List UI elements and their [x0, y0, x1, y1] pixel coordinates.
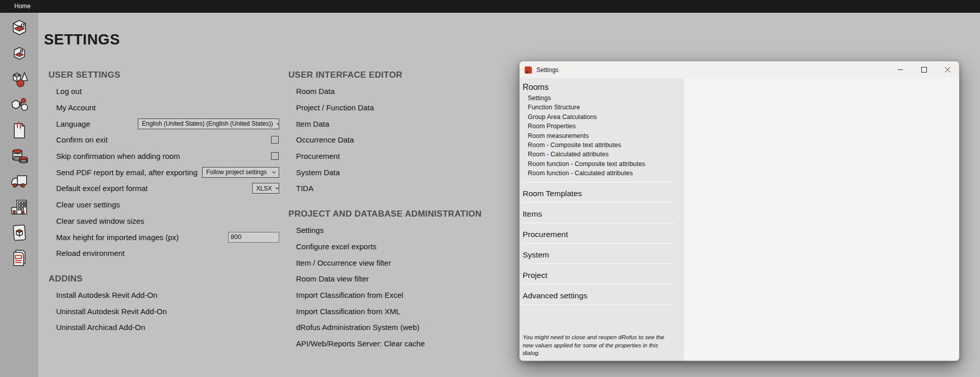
products-icon: [9, 222, 30, 244]
dialog-content-area: [684, 78, 959, 361]
occurrences-icon: [9, 95, 30, 116]
nav-group-rooms: Rooms Settings Function Structure Group …: [523, 83, 675, 182]
excel-format-select-value: XLSX: [256, 185, 272, 192]
row-admin-settings: Settings: [288, 222, 544, 239]
sidebar-item-procurement[interactable]: [0, 169, 38, 195]
excel-format-label: Default excel export format: [56, 184, 148, 193]
sidebar-item-finance[interactable]: [0, 144, 38, 169]
row-procurement: Procurement: [288, 148, 544, 164]
clear-cache-action[interactable]: API/Web/Reports Server: Clear cache: [296, 339, 425, 348]
nav-group-system[interactable]: System: [523, 244, 675, 264]
confirm-on-exit-checkbox[interactable]: [271, 136, 279, 144]
row-import-classification-xml: Import Classification from XML: [288, 303, 544, 319]
install-revit-addon-action[interactable]: Install Autodesk Revit Add-On: [56, 291, 157, 299]
nav-group-advanced-settings[interactable]: Advanced settings: [523, 285, 675, 305]
dialog-nav-panel: Rooms Settings Function Structure Group …: [520, 78, 684, 361]
row-tida: TIDA: [288, 180, 544, 197]
nav-rooms-header[interactable]: Rooms: [523, 83, 675, 92]
uninstall-archicad-addon-action[interactable]: Uninstall Archicad Add-On: [56, 323, 145, 332]
row-system-data: System Data: [288, 164, 544, 180]
send-pdf-select[interactable]: Follow project settings: [202, 167, 279, 178]
max-height-input[interactable]: [228, 232, 279, 243]
nav-item-room-measurements[interactable]: Room measurements: [523, 131, 675, 140]
row-clear-cache: API/Web/Reports Server: Clear cache: [288, 336, 544, 352]
nav-group-room-templates[interactable]: Room Templates: [523, 182, 675, 203]
import-classification-xml-action[interactable]: Import Classification from XML: [296, 307, 400, 316]
procurement-action[interactable]: Procurement: [296, 152, 340, 160]
nav-group-items[interactable]: Items: [523, 203, 675, 223]
row-room-data: Room Data: [288, 83, 544, 100]
configure-excel-exports-action[interactable]: Configure excel exports: [296, 242, 377, 251]
item-occurrence-view-filter-action[interactable]: Item / Occurrence view filter: [296, 258, 391, 267]
nav-item-room-calculated-attributes[interactable]: Room - Calculated attributes: [523, 150, 675, 159]
nav-group-procurement[interactable]: Procurement: [523, 223, 675, 244]
section-ui-editor: USER INTERFACE EDITOR Room Data Project …: [288, 70, 544, 197]
row-import-classification-excel: Import Classification from Excel: [288, 287, 544, 303]
sidebar-item-rooms[interactable]: [0, 16, 38, 41]
nav-group-project[interactable]: Project: [523, 264, 675, 285]
sidebar-item-room-templates[interactable]: [0, 41, 38, 67]
system-data-action[interactable]: System Data: [296, 168, 340, 177]
dialog-title: Settings: [536, 66, 558, 74]
uninstall-revit-addon-action[interactable]: Uninstall Autodesk Revit Add-On: [56, 307, 167, 316]
item-data-action[interactable]: Item Data: [296, 120, 329, 128]
row-item-occurrence-view-filter: Item / Occurrence view filter: [288, 254, 544, 271]
nav-item-function-structure[interactable]: Function Structure: [523, 103, 675, 112]
admin-settings-action[interactable]: Settings: [296, 226, 324, 234]
sidebar-item-reports[interactable]: [0, 246, 38, 271]
attachments-icon: [9, 120, 30, 142]
close-button[interactable]: [936, 61, 959, 78]
sidebar-item-project[interactable]: [0, 195, 38, 220]
window-controls: [889, 61, 959, 78]
drofus-admin-system-action[interactable]: dRofus Administration System (web): [296, 323, 420, 332]
maximize-button[interactable]: [912, 61, 936, 78]
minimize-button[interactable]: [889, 61, 912, 78]
clear-user-settings-action[interactable]: Clear user settings: [56, 200, 120, 209]
language-select[interactable]: English (United States) (English (United…: [138, 119, 279, 129]
log-out-action[interactable]: Log out: [56, 87, 82, 96]
dialog-title-bar[interactable]: Settings: [520, 61, 959, 78]
rooms-icon: [9, 18, 30, 39]
sidebar-item-attachments[interactable]: [0, 118, 38, 144]
row-uninstall-revit: Uninstall Autodesk Revit Add-On: [48, 303, 279, 319]
dialog-body: Rooms Settings Function Structure Group …: [520, 78, 959, 361]
row-configure-excel-exports: Configure excel exports: [288, 239, 544, 255]
nav-item-group-area-calculations[interactable]: Group Area Calculations: [523, 112, 675, 122]
row-excel-format: Default excel export format XLSX: [48, 180, 279, 197]
clear-saved-window-sizes-action[interactable]: Clear saved window sizes: [56, 217, 144, 225]
sidebar-item-products[interactable]: [0, 220, 38, 246]
room-data-view-filter-action[interactable]: Room Data view filter: [296, 274, 369, 283]
chevron-down-icon: [275, 187, 279, 190]
drofus-logo-icon: [524, 66, 532, 74]
procurement-icon: [9, 171, 30, 193]
my-account-action[interactable]: My Account: [56, 103, 96, 112]
column-user-settings: USER SETTINGS Log out My Account Languag…: [48, 70, 279, 336]
excel-format-select[interactable]: XLSX: [252, 183, 279, 194]
row-drofus-admin-system: dRofus Administration System (web): [288, 319, 544, 336]
finance-icon: [9, 146, 30, 167]
nav-item-room-composite-text-attributes[interactable]: Room - Composite text attributes: [523, 140, 675, 150]
row-install-revit: Install Autodesk Revit Add-On: [48, 287, 279, 303]
tab-home[interactable]: Home: [11, 0, 34, 13]
sidebar-item-items[interactable]: [0, 67, 38, 92]
row-item-data: Item Data: [288, 115, 544, 132]
occurrence-data-action[interactable]: Occurrence Data: [296, 135, 354, 144]
room-data-action[interactable]: Room Data: [296, 87, 335, 96]
sidebar-item-occurrences[interactable]: [0, 92, 38, 118]
project-function-data-action[interactable]: Project / Function Data: [296, 103, 374, 112]
nav-item-room-function-calculated-attributes[interactable]: Room function - Calculated attributes: [523, 169, 675, 178]
column-admin: USER INTERFACE EDITOR Room Data Project …: [288, 70, 544, 351]
room-templates-icon: [9, 43, 30, 65]
nav-item-settings[interactable]: Settings: [523, 93, 675, 103]
tida-action[interactable]: TIDA: [296, 184, 313, 193]
page-title: SETTINGS: [44, 31, 120, 48]
nav-item-room-properties[interactable]: Room Properties: [523, 122, 675, 131]
reports-icon: [9, 248, 30, 269]
skip-confirmation-checkbox[interactable]: [271, 152, 279, 160]
nav-item-room-function-composite-text-attributes[interactable]: Room function - Composite text attribute…: [523, 159, 675, 169]
reload-environment-action[interactable]: Reload environment: [56, 249, 125, 257]
row-log-out: Log out: [48, 83, 279, 100]
import-classification-excel-action[interactable]: Import Classification from Excel: [296, 291, 403, 299]
addins-header: ADDINS: [48, 274, 279, 284]
items-icon: [9, 69, 30, 90]
